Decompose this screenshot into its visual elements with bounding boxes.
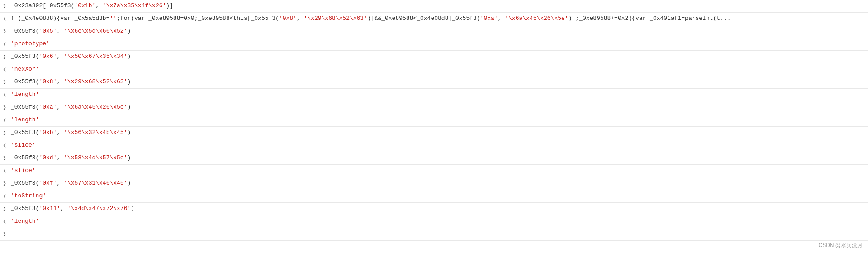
output-icon: ❮ [0,140,9,151]
console-line: ❯ _0x23a392[_0x55f3('0x1b', '\x7a\x35\x4… [0,0,868,13]
line-content: 'length' [9,90,868,100]
line-content: 'prototype' [9,39,868,49]
line-content: f (_0x4e08d8){var _0x5a5d3b='';for(var _… [9,14,868,24]
expand-icon[interactable]: ❯ [0,1,9,11]
console-container: ❯ _0x23a392[_0x55f3('0x1b', '\x7a\x35\x4… [0,0,868,253]
output-icon: ❮ [0,166,9,176]
console-line: ❮ 'slice' [0,139,868,152]
output-icon: ❮ [0,14,9,24]
output-icon: ❮ [0,64,9,75]
line-content: 'slice' [9,166,868,176]
console-line: ❯ _0x55f3('0x8', '\x29\x68\x52\x63') [0,76,868,89]
console-line: ❮ 'toString' [0,190,868,203]
line-content: _0x55f3('0x11', '\x4d\x47\x72\x76') [9,204,868,214]
expand-icon[interactable]: ❯ [0,52,9,62]
console-line: ❯ _0x55f3('0xa', '\x6a\x45\x26\x5e') [0,101,868,114]
console-line: ❯ _0x55f3('0xf', '\x57\x31\x46\x45') [0,177,868,190]
line-content: 'slice' [9,140,868,150]
expand-icon[interactable]: ❯ [0,178,9,189]
console-line: ❯ _0x55f3('0xd', '\x58\x4d\x57\x5e') [0,152,868,165]
expand-icon[interactable]: ❯ [0,128,9,138]
output-icon: ❮ [0,216,9,227]
console-line: ❯ _0x55f3('0xb', '\x56\x32\x4b\x45') [0,127,868,139]
console-line-empty: ❯ [0,228,868,241]
console-line: ❮ 'length' [0,114,868,127]
line-content: 'toString' [9,191,868,201]
console-line: ❮ 'prototype' [0,38,868,51]
console-line: ❮ 'length' [0,215,868,228]
line-content: _0x55f3('0x6', '\x50\x67\x35\x34') [9,52,868,62]
line-content: 'length' [9,115,868,125]
console-line: ❮ 'slice' [0,165,868,177]
expand-icon[interactable]: ❯ [0,153,9,163]
expand-icon[interactable]: ❯ [0,77,9,87]
expand-icon[interactable]: ❯ [0,26,9,37]
expand-icon[interactable]: ❯ [0,229,9,239]
expand-icon[interactable]: ❯ [0,102,9,113]
console-line: ❮ 'length' [0,89,868,101]
output-icon: ❮ [0,90,9,100]
expand-icon[interactable]: ❯ [0,204,9,214]
line-content: 'length' [9,216,868,226]
output-icon: ❮ [0,191,9,201]
line-content: _0x23a392[_0x55f3('0x1b', '\x7a\x35\x4f\… [9,1,868,11]
line-content: _0x55f3('0xa', '\x6a\x45\x26\x5e') [9,102,868,112]
console-line: ❯ _0x55f3('0x5', '\x6e\x5d\x66\x52') [0,25,868,38]
line-content: _0x55f3('0xd', '\x58\x4d\x57\x5e') [9,153,868,163]
output-icon: ❮ [0,115,9,125]
line-content: 'hexXor' [9,64,868,74]
line-content: _0x55f3('0xb', '\x56\x32\x4b\x45') [9,128,868,138]
line-content: _0x55f3('0x8', '\x29\x68\x52\x63') [9,77,868,87]
output-icon: ❮ [0,39,9,49]
line-content: _0x55f3('0x5', '\x6e\x5d\x66\x52') [9,26,868,36]
console-line: ❮ 'hexXor' [0,63,868,76]
watermark: CSDN @水兵没月 [818,242,863,249]
console-line: ❮ f (_0x4e08d8){var _0x5a5d3b='';for(var… [0,13,868,25]
line-content: _0x55f3('0xf', '\x57\x31\x46\x45') [9,178,868,188]
console-line: ❯ _0x55f3('0x11', '\x4d\x47\x72\x76') [0,203,868,215]
console-line: ❯ _0x55f3('0x6', '\x50\x67\x35\x34') [0,51,868,63]
